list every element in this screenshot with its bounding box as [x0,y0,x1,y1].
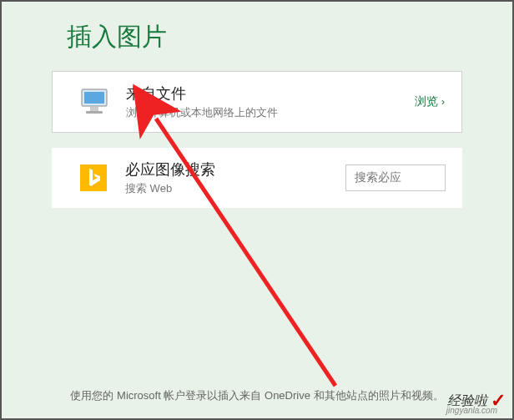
from-file-text: 来自文件 浏览计算机或本地网络上的文件 [126,83,415,120]
browse-link[interactable]: 浏览 › [415,94,445,109]
bing-desc: 搜索 Web [125,181,345,196]
bing-search-option[interactable]: 必应图像搜索 搜索 Web 搜索必应 [52,148,462,208]
chevron-right-icon: › [441,96,445,108]
bing-text: 必应图像搜索 搜索 Web [125,159,345,196]
from-file-option[interactable]: 来自文件 浏览计算机或本地网络上的文件 浏览 › [52,71,462,133]
svg-rect-3 [86,111,103,114]
bing-title: 必应图像搜索 [125,159,345,180]
bing-icon [77,161,110,195]
bing-search-input[interactable]: 搜索必应 [345,164,446,191]
watermark: 经验啦 ✓ jingyanla.com [447,390,506,412]
from-file-desc: 浏览计算机或本地网络上的文件 [126,105,415,120]
watermark-site: jingyanla.com [446,406,497,415]
svg-rect-2 [90,107,98,111]
browse-label: 浏览 [415,94,438,109]
svg-rect-1 [84,92,104,104]
computer-icon [78,85,111,119]
footer-signin-text: 使用您的 Microsoft 帐户登录以插入来自 OneDrive 和其他站点的… [2,388,512,403]
from-file-title: 来自文件 [126,83,415,104]
page-title: 插入图片 [2,2,512,71]
